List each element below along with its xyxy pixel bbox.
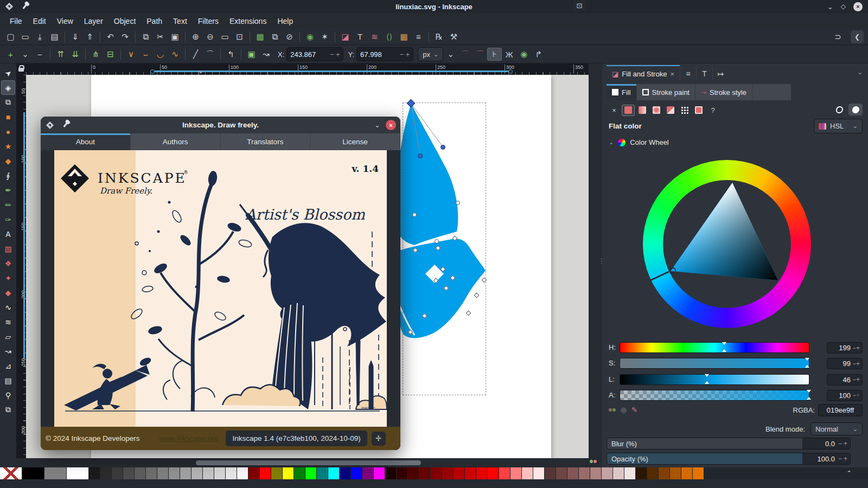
pages-tool[interactable]: ⧉: [1, 402, 15, 417]
palette-swatch-00ff00[interactable]: [305, 467, 316, 479]
join-with-segment-button[interactable]: ⇊: [68, 48, 82, 61]
palette-swatch-e60000[interactable]: [476, 467, 487, 479]
target-icon[interactable]: ◎: [621, 406, 626, 414]
window-close-button[interactable]: ×: [853, 2, 863, 11]
palette-swatch-4c4c4c[interactable]: [123, 467, 134, 479]
connector-tool[interactable]: ↝: [1, 344, 15, 358]
page-tool[interactable]: ▤: [1, 373, 15, 388]
make-curve-button[interactable]: ⌒: [203, 48, 218, 61]
palette-icon[interactable]: [609, 408, 616, 412]
palette-swatch-00ffff[interactable]: [328, 467, 339, 479]
report-bug-button[interactable]: ✢: [372, 432, 386, 446]
export-icon[interactable]: ⇑: [82, 30, 97, 43]
snap-toggle-icon[interactable]: ⊃: [831, 30, 845, 43]
control-handle[interactable]: [418, 153, 423, 158]
horizontal-ruler[interactable]: 050100150200250300350: [26, 63, 589, 75]
tab-stroke-paint[interactable]: Stroke paint: [637, 84, 695, 100]
mesh-gradient-tool[interactable]: ❖: [1, 256, 15, 271]
palette-swatch-5d5d5d[interactable]: [135, 467, 145, 479]
x-coordinate-input[interactable]: 243.867−+: [286, 47, 343, 61]
opacity-slider[interactable]: Opacity (%) 100.0 −+: [607, 453, 851, 465]
window-minimize-button[interactable]: ⌄: [827, 3, 833, 11]
paint-mesh-button[interactable]: [678, 105, 691, 116]
l-value-input[interactable]: 46−+: [827, 374, 863, 386]
clone-icon[interactable]: ⧉: [267, 30, 282, 43]
star-tool[interactable]: ★: [1, 139, 15, 153]
h-value-input[interactable]: 199−+: [827, 342, 863, 354]
palette-swatch-ff00ff[interactable]: [374, 467, 385, 479]
palette-swatch-ff4040[interactable]: [499, 467, 510, 479]
preferences-icon[interactable]: ⚒: [446, 30, 461, 43]
make-line-button[interactable]: ╱: [188, 48, 203, 61]
palette-swatch-b30000[interactable]: [454, 467, 464, 479]
palette-swatch-ff8080[interactable]: [510, 467, 521, 479]
spray-tool[interactable]: ≋: [1, 314, 15, 329]
palette-swatch-000080[interactable]: [340, 467, 350, 479]
unit-menu-chevron[interactable]: ⌄: [443, 48, 458, 61]
palette-swatch-f0e3e3[interactable]: [624, 467, 635, 479]
palette-swatch-800000[interactable]: [248, 467, 259, 479]
ruler-corner[interactable]: [16, 63, 26, 75]
insert-node-button[interactable]: +: [3, 48, 18, 61]
palette-swatch-330000[interactable]: [397, 467, 407, 479]
copy-icon[interactable]: ⧉: [138, 30, 153, 43]
rectangle-tool[interactable]: ■: [1, 110, 15, 124]
align-dialog-icon[interactable]: ≡: [411, 30, 426, 43]
about-tab-about[interactable]: About: [41, 133, 131, 150]
import-icon[interactable]: ⇓: [68, 30, 82, 43]
open-document-icon[interactable]: ▭: [18, 30, 33, 43]
palette-swatch-2b1600[interactable]: [636, 467, 647, 479]
calligraphy-tool[interactable]: ✑: [1, 212, 15, 227]
join-nodes-button[interactable]: ⇈: [53, 48, 68, 61]
show-mask-button[interactable]: ⌒: [473, 48, 487, 61]
palette-swatch-ffbfbf[interactable]: [522, 467, 533, 479]
a-slider[interactable]: [620, 390, 809, 401]
version-info-button[interactable]: Inkscape 1.4 (e7c3feb100, 2024-10-09): [226, 431, 367, 446]
zoom-actual-icon[interactable]: ⊡: [232, 30, 247, 43]
duplicate-icon[interactable]: ▩: [253, 30, 267, 43]
palette-swatch-6e4545[interactable]: [556, 467, 567, 479]
vertical-ruler[interactable]: 50100150200250300: [16, 75, 26, 467]
zoom-drawing-icon[interactable]: ⊖: [203, 30, 218, 43]
text-font-tab-icon[interactable]: T: [696, 67, 712, 81]
l-slider[interactable]: [620, 374, 809, 385]
insert-node-menu-button[interactable]: ⌄: [18, 48, 33, 61]
shape-builder-tool[interactable]: ⧉: [1, 95, 15, 110]
symmetric-node-button[interactable]: ◡: [153, 48, 168, 61]
pencil-tool[interactable]: ✏: [1, 197, 15, 212]
show-transform-handles-button[interactable]: Ж: [502, 48, 516, 61]
object-to-path-button[interactable]: ▣: [244, 48, 259, 61]
gradient-tool[interactable]: ▧: [1, 241, 15, 256]
palette-swatch-a1a1a1[interactable]: [180, 467, 191, 479]
palette-swatch-e5e5e5[interactable]: [226, 467, 237, 479]
palette-swatch-552b00[interactable]: [647, 467, 658, 479]
stroke-to-path-button[interactable]: ↝: [259, 48, 273, 61]
tab-fill[interactable]: Fill: [607, 84, 637, 100]
paint-bucket-tool[interactable]: ◆: [1, 285, 15, 300]
tweak-tool[interactable]: ∿: [1, 300, 15, 314]
text-dialog-icon[interactable]: T: [353, 30, 367, 43]
swatches-dialog-icon[interactable]: ≋: [367, 30, 382, 43]
about-dialog-titlebar[interactable]: Inkscape. Draw freely. ⌄ ×: [41, 117, 400, 133]
palette-expand-icon[interactable]: ⌃: [842, 468, 856, 478]
break-nodes-button[interactable]: ⋔: [88, 48, 103, 61]
spiral-tool[interactable]: ∮: [1, 168, 15, 183]
paint-radial-gradient-button[interactable]: [650, 105, 663, 116]
palette-swatch-808000[interactable]: [271, 467, 282, 479]
unit-select[interactable]: px⌄: [418, 47, 443, 61]
palette-swatch-2b2b2b[interactable]: [100, 467, 111, 479]
palette-swatch-f6f6f6[interactable]: [237, 467, 248, 479]
new-document-icon[interactable]: ▢: [3, 30, 18, 43]
window-maximize-button[interactable]: ◇: [841, 3, 846, 10]
palette-swatch-808080[interactable]: [44, 467, 66, 479]
menu-layer[interactable]: Layer: [79, 15, 108, 28]
s-value-input[interactable]: 99−+: [827, 358, 863, 369]
palette-swatch-aa5500[interactable]: [670, 467, 681, 479]
palette-swatch-e67300[interactable]: [693, 467, 704, 479]
h-slider[interactable]: [620, 342, 809, 353]
zoom-tool[interactable]: ⚲: [1, 388, 15, 402]
menu-text[interactable]: Text: [168, 15, 193, 28]
menu-object[interactable]: Object: [108, 15, 141, 28]
palette-swatch-dfc7c7[interactable]: [613, 467, 624, 479]
palette-swatch-1a0000[interactable]: [385, 467, 396, 479]
